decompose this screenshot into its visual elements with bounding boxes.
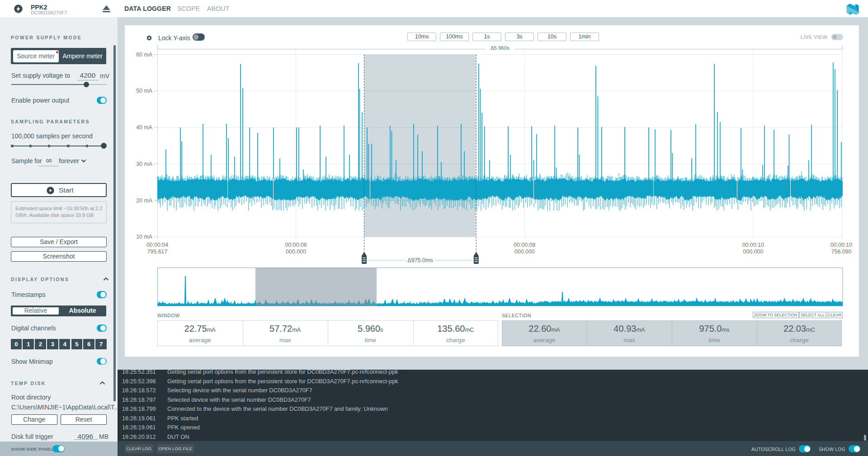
svg-text:50 mA: 50 mA [136,88,153,94]
svg-text:40 mA: 40 mA [136,124,153,131]
svg-text:795.617: 795.617 [147,249,168,255]
svg-text:60 mA: 60 mA [136,52,153,58]
svg-text:756.090: 756.090 [831,249,852,255]
svg-text:10 mA: 10 mA [136,234,153,240]
svg-text:00:00:10: 00:00:10 [742,242,764,248]
svg-text:00:00:06: 00:00:06 [285,242,307,248]
svg-text:00:00:04: 00:00:04 [146,242,168,248]
svg-text:00:00:10: 00:00:10 [830,242,852,248]
svg-text:000.000: 000.000 [286,249,306,255]
svg-text:Δ975.0ms: Δ975.0ms [407,257,433,263]
svg-text:20 mA: 20 mA [136,197,153,204]
svg-text:000.000: 000.000 [743,249,764,255]
svg-text:30 mA: 30 mA [136,161,153,167]
svg-text:00:00:08: 00:00:08 [514,242,535,248]
svg-text:Δ5.960s: Δ5.960s [491,45,509,51]
svg-text:000.000: 000.000 [514,249,535,255]
